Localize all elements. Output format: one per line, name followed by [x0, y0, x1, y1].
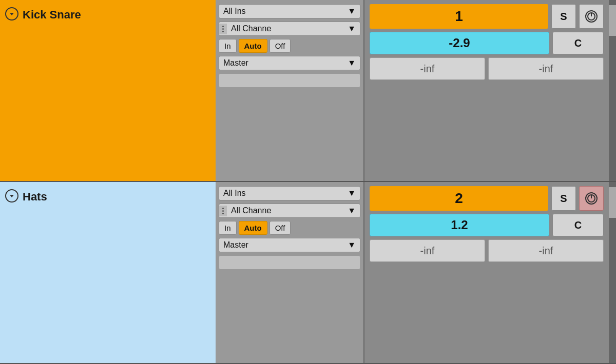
dot1-hats — [222, 208, 224, 209]
track-collapse-arrow-hats[interactable] — [5, 189, 18, 203]
track-right-kick-snare: 1 S -2.9 C - — [364, 0, 609, 181]
row2-hats: 1.2 C — [370, 214, 604, 236]
all-channels-dropdown-kick-snare[interactable]: All Channe ▼ — [219, 22, 360, 36]
track-name-hats: Hats — [23, 189, 47, 204]
track-name-kick-snare: Kick Snare — [23, 7, 81, 22]
track-right-hats: 2 S 1.2 C -i — [364, 182, 609, 363]
input-bar-hats[interactable] — [219, 255, 360, 270]
svg-marker-0 — [10, 13, 14, 15]
row3-kick-snare: -inf -inf — [370, 57, 604, 80]
right-panel-wrapper-hats: 2 S 1.2 C -i — [364, 182, 616, 363]
tracks-container: Kick Snare All Ins ▼ All Channe — [0, 0, 616, 364]
all-channels-inner-hats[interactable]: All Channe ▼ — [227, 204, 360, 217]
auto-button-hats[interactable]: Auto — [239, 221, 267, 235]
s-button-kick-snare[interactable]: S — [551, 4, 576, 29]
dot1 — [222, 26, 224, 27]
scrollbar-hats[interactable] — [609, 182, 616, 363]
track-color-block-hats: Hats — [0, 182, 216, 363]
dot2 — [222, 28, 224, 30]
all-ins-dropdown-kick-snare[interactable]: All Ins ▼ — [219, 4, 360, 18]
all-ins-label-hats: All Ins — [223, 189, 246, 198]
in-button-kick-snare[interactable]: In — [219, 39, 237, 53]
track-controls-kick-snare: All Ins ▼ All Channe ▼ — [216, 0, 364, 181]
track-number-hats[interactable]: 2 — [370, 186, 548, 211]
row2-kick-snare: -2.9 C — [370, 32, 604, 54]
inf-left-hats: -inf — [370, 239, 485, 262]
master-dropdown-hats[interactable]: Master ▼ — [219, 238, 360, 252]
pitch-display-kick-snare[interactable]: -2.9 — [370, 32, 549, 54]
in-button-hats[interactable]: In — [219, 221, 237, 235]
track-number-kick-snare[interactable]: 1 — [370, 4, 548, 29]
master-row-hats: Master ▼ — [219, 238, 360, 252]
track-controls-hats: All Ins ▼ All Channe ▼ — [216, 182, 364, 363]
dots-handle-hats — [219, 206, 227, 216]
all-ins-arrow-hats: ▼ — [348, 189, 356, 198]
master-dropdown-kick-snare[interactable]: Master ▼ — [219, 56, 360, 70]
auto-button-kick-snare[interactable]: Auto — [239, 39, 267, 53]
row3-hats: -inf -inf — [370, 239, 604, 262]
master-label: Master — [223, 58, 248, 68]
inf-right-hats: -inf — [488, 239, 604, 262]
pitch-display-hats[interactable]: 1.2 — [370, 214, 549, 236]
all-channels-inner-kick-snare[interactable]: All Channe ▼ — [227, 22, 360, 35]
row1-kick-snare: 1 S — [370, 4, 604, 29]
off-button-hats[interactable]: Off — [270, 221, 291, 235]
all-channels-arrow-hats: ▼ — [348, 206, 356, 215]
scrollbar-thumb-kick-snare — [609, 5, 616, 36]
c-label-hats: C — [552, 214, 604, 236]
inf-left-kick-snare: -inf — [370, 57, 485, 80]
master-arrow: ▼ — [348, 58, 356, 68]
scrollbar-thumb-hats — [609, 187, 616, 218]
c-label-kick-snare: C — [552, 32, 604, 54]
monitor-button-hats[interactable] — [579, 186, 604, 211]
all-channels-row-kick-snare: All Channe ▼ — [219, 22, 360, 36]
monitor-icon-hats — [585, 192, 598, 205]
row1-hats: 2 S — [370, 186, 604, 211]
off-button-kick-snare[interactable]: Off — [270, 39, 291, 53]
scrollbar-kick-snare[interactable] — [609, 0, 616, 181]
track-color-block-kick-snare: Kick Snare — [0, 0, 216, 181]
in-auto-off-row-kick-snare: In Auto Off — [219, 39, 360, 53]
all-channels-dropdown-hats[interactable]: All Channe ▼ — [219, 204, 360, 218]
track-row-hats: Hats All Ins ▼ All Channe — [0, 182, 616, 364]
monitor-icon-kick-snare — [585, 10, 598, 23]
dots-handle-kick-snare — [219, 24, 227, 34]
master-label-hats: Master — [223, 240, 248, 250]
master-row-kick-snare: Master ▼ — [219, 56, 360, 70]
all-channels-label-hats: All Channe — [231, 206, 271, 215]
inf-right-kick-snare: -inf — [488, 57, 604, 80]
master-arrow-hats: ▼ — [348, 240, 356, 250]
all-ins-row-kick-snare: All Ins ▼ — [219, 4, 360, 18]
monitor-button-kick-snare[interactable] — [579, 4, 604, 29]
s-button-hats[interactable]: S — [551, 186, 576, 211]
right-panel-wrapper-kick-snare: 1 S -2.9 C - — [364, 0, 616, 181]
all-channels-row-hats: All Channe ▼ — [219, 204, 360, 218]
input-bar-kick-snare[interactable] — [219, 73, 360, 88]
all-channels-label: All Channe — [231, 24, 271, 33]
all-channels-arrow: ▼ — [348, 24, 356, 33]
in-auto-off-row-hats: In Auto Off — [219, 221, 360, 235]
all-ins-row-hats: All Ins ▼ — [219, 186, 360, 200]
all-ins-dropdown-hats[interactable]: All Ins ▼ — [219, 186, 360, 200]
all-ins-label: All Ins — [223, 7, 246, 16]
svg-marker-2 — [10, 195, 14, 197]
track-collapse-arrow-kick-snare[interactable] — [5, 7, 18, 21]
all-ins-arrow: ▼ — [348, 7, 356, 16]
dot3 — [222, 31, 224, 32]
track-row-kick-snare: Kick Snare All Ins ▼ All Channe — [0, 0, 616, 182]
dot2-hats — [222, 210, 224, 212]
dot3-hats — [222, 213, 224, 214]
